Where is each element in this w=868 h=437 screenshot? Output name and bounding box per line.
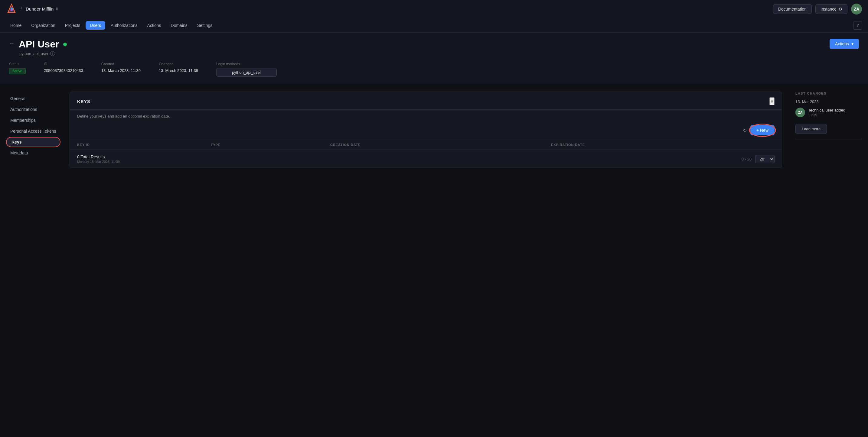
page-size-select[interactable]: 20 50 100 <box>755 155 775 163</box>
nav-item-domains[interactable]: Domains <box>167 21 192 30</box>
user-name: API User <box>19 39 59 50</box>
login-methods-label: Login methods <box>216 62 277 66</box>
created-label: Created <box>101 62 141 66</box>
nav-item-home[interactable]: Home <box>6 21 26 30</box>
documentation-button[interactable]: Documentation <box>773 4 812 14</box>
new-label: + New <box>756 128 769 133</box>
results-total: 0 Total Results <box>77 155 120 159</box>
meta-changed: Changed 13. March 2023, 11:39 <box>159 62 198 77</box>
divider <box>796 139 862 139</box>
sidebar-item-memberships[interactable]: Memberships <box>6 115 61 126</box>
actions-label: Actions <box>835 41 849 46</box>
instance-button[interactable]: Instance ⚙ <box>815 4 847 14</box>
meta-created: Created 13. March 2023, 11:39 <box>101 62 141 77</box>
changed-label: Changed <box>159 62 198 66</box>
id-value: 205003739340210433 <box>44 68 83 73</box>
meta-status: Status Active <box>9 62 26 77</box>
main-content: General Authorizations Memberships Perso… <box>0 84 868 437</box>
nav-bar: Home Organization Projects Users Authori… <box>0 18 868 33</box>
created-value: 13. March 2023, 11:39 <box>101 68 141 73</box>
meta-login-methods: Login methods python_api_user <box>216 62 277 77</box>
status-label: Status <box>9 62 26 66</box>
nav-right: ? <box>854 21 862 30</box>
results-controls: 0 - 20 20 50 100 <box>742 155 775 163</box>
changed-value: 13. March 2023, 11:39 <box>159 68 198 73</box>
nav-item-actions[interactable]: Actions <box>143 21 165 30</box>
change-text: Technical user added <box>808 108 845 113</box>
login-method-box: python_api_user <box>216 68 277 77</box>
status-badge: Active <box>9 68 26 74</box>
changes-panel: LAST CHANGES 13. Mar 2023 ZA Technical u… <box>789 84 868 437</box>
results-date: Monday 13. Mar 2023, 11:39 <box>77 160 120 164</box>
avatar[interactable]: ZA <box>851 4 862 14</box>
logo-area: / Dunder Mifflin ⇅ <box>6 4 58 14</box>
top-header: / Dunder Mifflin ⇅ Documentation Instanc… <box>0 0 868 18</box>
info-icon[interactable]: i <box>50 51 55 56</box>
page-header: ← API User python_api_user i Actions ▾ S… <box>0 33 868 84</box>
results-row: 0 Total Results Monday 13. Mar 2023, 11:… <box>70 150 782 168</box>
breadcrumb-sep: / <box>21 6 22 12</box>
instance-label: Instance <box>820 7 837 11</box>
keys-toolbar: ↻ + New <box>70 123 782 140</box>
col-creation-date: CREATION DATE <box>323 140 544 150</box>
logo-icon <box>6 4 17 14</box>
main-panel: KEYS ∧ Define your keys and add an optio… <box>66 84 789 437</box>
col-expiration-date: EXPIRATION DATE <box>544 140 782 150</box>
sidebar-item-general[interactable]: General <box>6 93 61 104</box>
back-button[interactable]: ← <box>9 40 14 47</box>
actions-chevron-icon: ▾ <box>851 41 854 46</box>
user-title: API User <box>19 39 67 50</box>
change-avatar: ZA <box>796 108 805 117</box>
nav-item-users[interactable]: Users <box>86 21 105 30</box>
org-selector[interactable]: Dunder Mifflin ⇅ <box>26 6 58 11</box>
change-time: 11:39 <box>808 113 845 117</box>
col-key-id: KEY ID <box>70 140 204 150</box>
keys-table: KEY ID TYPE CREATION DATE EXPIRATION DAT… <box>70 140 782 150</box>
collapse-button[interactable]: ∧ <box>769 97 775 105</box>
col-type: TYPE <box>204 140 323 150</box>
nav-item-settings[interactable]: Settings <box>193 21 217 30</box>
changes-date: 13. Mar 2023 <box>796 99 862 104</box>
changes-title: LAST CHANGES <box>796 92 862 95</box>
sidebar: General Authorizations Memberships Perso… <box>0 84 66 437</box>
nav-item-organization[interactable]: Organization <box>27 21 59 30</box>
sidebar-item-metadata[interactable]: Metadata <box>6 148 61 158</box>
header-right: Documentation Instance ⚙ ZA <box>773 4 862 14</box>
nav-item-authorizations[interactable]: Authorizations <box>106 21 142 30</box>
online-status-dot <box>63 43 67 46</box>
pagination-range: 0 - 20 <box>742 157 751 161</box>
sidebar-item-authorizations[interactable]: Authorizations <box>6 104 61 114</box>
load-more-button[interactable]: Load more <box>796 124 827 134</box>
meta-row: Status Active ID 205003739340210433 Crea… <box>9 62 859 77</box>
change-item: ZA Technical user added 11:39 <box>796 108 862 117</box>
username: python_api_user <box>19 52 49 56</box>
org-name: Dunder Mifflin <box>26 6 54 11</box>
meta-id: ID 205003739340210433 <box>44 62 83 77</box>
new-key-button[interactable]: + New <box>750 125 775 135</box>
actions-button[interactable]: Actions ▾ <box>830 39 859 49</box>
help-button[interactable]: ? <box>854 21 862 30</box>
user-subtitle: python_api_user i <box>19 51 67 56</box>
sidebar-item-personal-access-tokens[interactable]: Personal Access Tokens <box>6 126 61 136</box>
keys-description: Define your keys and add an optional exp… <box>70 110 782 123</box>
nav-item-projects[interactable]: Projects <box>61 21 85 30</box>
refresh-button[interactable]: ↻ <box>743 128 747 133</box>
page-header-inner: ← API User python_api_user i Actions ▾ <box>9 39 859 56</box>
instance-gear-icon: ⚙ <box>838 7 842 11</box>
org-chevron-icon: ⇅ <box>55 7 58 11</box>
keys-header: KEYS ∧ <box>70 92 782 110</box>
keys-title: KEYS <box>77 99 90 104</box>
sidebar-item-keys[interactable]: Keys <box>6 137 61 147</box>
keys-card: KEYS ∧ Define your keys and add an optio… <box>69 92 782 168</box>
id-label: ID <box>44 62 83 66</box>
